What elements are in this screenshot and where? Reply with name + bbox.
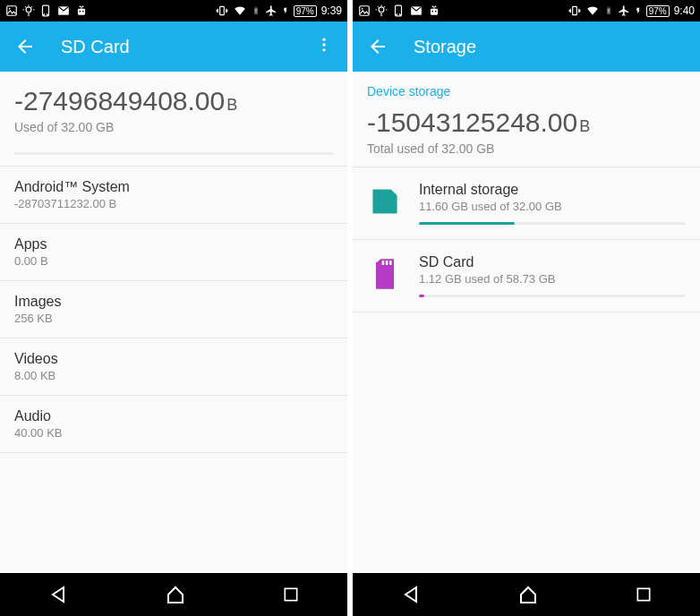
- used-subtext: Used of 32.00 GB: [14, 120, 333, 134]
- app-bar: Storage: [353, 21, 700, 72]
- status-icons-right: ! 97% 9:40: [568, 4, 695, 17]
- bulb-icon: [22, 4, 35, 17]
- svg-rect-29: [382, 261, 385, 265]
- row-label: Audio: [14, 408, 333, 424]
- page-title: SD Card: [61, 37, 130, 57]
- used-subtext: Total used of 32.00 GB: [367, 141, 686, 156]
- volume-label: SD Card: [419, 254, 686, 270]
- svg-point-23: [435, 11, 437, 13]
- battery-percentage: 97%: [294, 5, 317, 17]
- battery-warn-icon: !: [604, 4, 613, 17]
- svg-point-1: [9, 8, 11, 10]
- charging-icon: [635, 4, 642, 17]
- clock-text: 9:40: [674, 4, 695, 17]
- nav-recent-icon[interactable]: [635, 586, 653, 603]
- sd-card-icon: [367, 256, 403, 292]
- svg-rect-15: [285, 588, 296, 600]
- image-icon: [358, 4, 371, 17]
- svg-point-2: [26, 7, 31, 13]
- row-value: 40.00 KB: [14, 426, 333, 440]
- back-icon[interactable]: [14, 36, 36, 57]
- mail-icon: [409, 4, 423, 17]
- status-icons-right: ! 97% 9:39: [216, 4, 342, 17]
- content-area: Device storage -15043125248.00B Total us…: [353, 72, 700, 573]
- robot-icon: [428, 4, 440, 17]
- row-label: Android™ System: [14, 179, 333, 195]
- category-row-audio[interactable]: Audio 40.00 KB: [0, 395, 347, 453]
- phone-right: ! 97% 9:40 Storage Device storage -15043…: [353, 0, 700, 616]
- svg-rect-8: [219, 6, 224, 14]
- airplane-icon: [618, 4, 630, 17]
- bulb-icon: [375, 4, 388, 17]
- vibrate-icon: [568, 4, 581, 17]
- internal-storage-icon: [367, 184, 403, 219]
- svg-point-6: [79, 11, 81, 13]
- volume-label: Internal storage: [419, 182, 686, 198]
- status-icons-left: [5, 4, 88, 17]
- svg-point-18: [379, 7, 384, 13]
- mail-icon: [56, 4, 71, 17]
- category-row-videos[interactable]: Videos 8.00 KB: [0, 338, 347, 395]
- clock-text: 9:39: [321, 4, 342, 17]
- svg-rect-30: [386, 261, 388, 265]
- charging-icon: [282, 4, 289, 17]
- phone-left: ! 97% 9:39 SD Card -27496849408.00B Used…: [0, 0, 347, 616]
- category-row-apps[interactable]: Apps 0.00 B: [0, 223, 347, 280]
- row-value: 0.00 B: [14, 254, 333, 268]
- wifi-icon: [585, 4, 600, 17]
- volume-value: 1.12 GB used of 58.73 GB: [419, 272, 686, 286]
- volume-row-internal[interactable]: Internal storage 11.60 GB used of 32.00 …: [353, 167, 700, 240]
- category-row-android-system[interactable]: Android™ System -28703711232.00 B: [0, 166, 347, 223]
- nav-home-icon[interactable]: [517, 584, 539, 605]
- status-bar: ! 97% 9:40: [353, 0, 700, 21]
- svg-text:!: !: [255, 8, 257, 13]
- robot-icon: [75, 4, 88, 17]
- row-value: 256 KB: [14, 312, 333, 325]
- nav-home-icon[interactable]: [165, 584, 186, 605]
- svg-point-7: [82, 11, 84, 13]
- svg-rect-26: [608, 6, 610, 7]
- signal-icon: [392, 4, 405, 17]
- row-label: Videos: [14, 351, 333, 367]
- status-bar: ! 97% 9:39: [0, 0, 347, 21]
- wifi-icon: [233, 4, 247, 17]
- nav-recent-icon[interactable]: [282, 586, 300, 603]
- row-value: 8.00 KB: [14, 369, 333, 382]
- nav-back-icon[interactable]: [400, 584, 422, 605]
- volume-row-sdcard[interactable]: SD Card 1.12 GB used of 58.73 GB: [353, 240, 700, 312]
- battery-warn-icon: !: [252, 4, 260, 17]
- battery-percentage: 97%: [646, 5, 670, 17]
- usage-bar: [14, 152, 333, 155]
- app-bar: SD Card: [0, 21, 347, 72]
- svg-point-14: [322, 48, 325, 51]
- svg-point-22: [431, 11, 433, 13]
- category-row-images[interactable]: Images 256 KB: [0, 280, 347, 338]
- signal-icon: [39, 4, 52, 17]
- overflow-menu-icon[interactable]: [315, 36, 333, 57]
- navigation-bar: [0, 573, 347, 616]
- svg-rect-5: [78, 9, 85, 15]
- used-value: -15043125248.00B: [367, 107, 686, 138]
- progress-bar: [419, 222, 686, 225]
- svg-point-17: [362, 8, 363, 10]
- vibrate-icon: [216, 4, 228, 17]
- page-title: Storage: [414, 37, 476, 57]
- row-value: -28703711232.00 B: [14, 197, 333, 210]
- section-header-device-storage: Device storage: [353, 72, 700, 98]
- used-value: -27496849408.00B: [14, 86, 333, 116]
- nav-back-icon[interactable]: [47, 584, 69, 605]
- svg-rect-32: [637, 588, 649, 600]
- airplane-icon: [265, 4, 277, 17]
- svg-rect-0: [7, 6, 17, 16]
- image-icon: [5, 4, 18, 17]
- svg-rect-24: [572, 6, 576, 14]
- row-label: Images: [14, 294, 333, 310]
- svg-point-12: [322, 38, 325, 41]
- svg-text:!: !: [608, 8, 610, 13]
- back-icon[interactable]: [367, 36, 388, 57]
- navigation-bar: [353, 573, 700, 616]
- progress-bar: [419, 295, 686, 297]
- svg-rect-16: [360, 6, 370, 16]
- content-area: -27496849408.00B Used of 32.00 GB Androi…: [0, 72, 347, 573]
- svg-rect-21: [431, 9, 438, 15]
